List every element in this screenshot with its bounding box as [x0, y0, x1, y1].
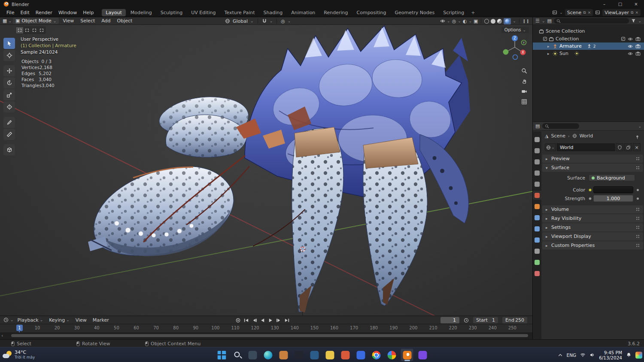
show-overlays-icon[interactable]: ◐ [463, 18, 467, 24]
orientation-dropdown[interactable]: Global [233, 18, 248, 24]
panel-custom-properties[interactable]: ▸Custom Properties [542, 241, 643, 249]
workspace-tab-modeling[interactable]: Modeling [127, 9, 156, 16]
orthographic-grid-icon[interactable] [520, 98, 528, 105]
taskbar-file-explorer-icon[interactable] [324, 349, 336, 361]
add-workspace-button[interactable]: + [469, 9, 477, 16]
object-visibility-icon[interactable] [440, 18, 445, 24]
workspace-tab-geometry-nodes[interactable]: Geometry Nodes [391, 9, 438, 16]
maximize-button[interactable]: □ [612, 0, 628, 8]
outliner-editor-dropdown-icon[interactable]: ⌄ [542, 19, 545, 23]
view-layer-tab[interactable] [533, 168, 541, 177]
remove-viewlayer-icon[interactable]: × [635, 10, 638, 15]
workspace-tab-animation[interactable]: Animation [287, 9, 319, 16]
taskbar-obs-icon[interactable] [416, 349, 429, 361]
strength-field[interactable]: 1.000 [593, 195, 633, 202]
weather-widget[interactable]: 34°CTrời ít mây [3, 347, 35, 362]
menu-render[interactable]: Render [33, 9, 55, 16]
taskbar-google-app-icon[interactable] [386, 349, 398, 361]
show-gizmo-icon[interactable]: ◎ [452, 18, 456, 24]
proportional-edit-icon[interactable]: ◎ [281, 18, 285, 24]
workspace-tab-compositing[interactable]: Compositing [353, 9, 390, 16]
workspace-tab-sculpting[interactable]: Sculpting [157, 9, 186, 16]
menu-help[interactable]: Help [80, 9, 97, 16]
workspace-tab-scripting[interactable]: Scripting [439, 9, 468, 16]
scene-selector[interactable]: Scene ⧉ × [565, 9, 593, 16]
shading-material-button[interactable] [497, 19, 502, 24]
camera-view-icon[interactable] [520, 88, 528, 95]
modifiers-tab[interactable] [533, 213, 541, 222]
menu-select[interactable]: Select [78, 18, 97, 24]
duplicate-icon[interactable] [624, 143, 632, 151]
playhead[interactable]: 1 [16, 325, 23, 331]
timeline-editor-dropdown-icon[interactable]: ⌄ [10, 318, 14, 322]
editor-type-dropdown-icon[interactable]: ⌄ [8, 19, 12, 23]
drag-dots-icon[interactable] [636, 207, 640, 211]
outliner-display-mode-icon[interactable]: ▤ [547, 18, 551, 24]
taskbar-search-icon[interactable] [231, 349, 243, 361]
pan-hand-icon[interactable] [520, 77, 528, 85]
select-mode-extend-button[interactable] [23, 27, 30, 33]
taskbar-photos-icon[interactable] [355, 349, 367, 361]
menu-view[interactable]: View [60, 18, 76, 24]
material-tab[interactable] [533, 269, 541, 278]
render-tab[interactable] [533, 146, 541, 155]
snap-magnet-icon[interactable] [262, 18, 267, 24]
drag-dots-icon[interactable] [636, 234, 640, 238]
panel-preview[interactable]: ▸Preview [542, 155, 643, 163]
language-indicator[interactable]: ENG [567, 353, 577, 358]
scene-tab[interactable] [533, 179, 541, 189]
playback-menu[interactable]: Playback⌄ [15, 317, 46, 323]
taskbar-zalo-icon[interactable] [339, 349, 352, 361]
outliner-row-collection[interactable]: ✓ Collection ✓ [533, 35, 644, 43]
viewlayer-selector[interactable]: ViewLayer ⧉ × [602, 9, 641, 16]
animate-dot[interactable] [637, 189, 639, 191]
hide-eye-icon[interactable] [628, 37, 633, 42]
scale-tool[interactable] [3, 89, 15, 100]
select-box-tool[interactable] [3, 38, 15, 49]
select-mode-subtract-button[interactable] [30, 27, 38, 33]
outliner-search-input[interactable] [554, 18, 629, 24]
drag-dots-icon[interactable] [636, 157, 640, 161]
timeline-ruler[interactable]: 1020304050607080901001101201301401501601… [0, 324, 532, 332]
shading-solid-button[interactable] [491, 19, 495, 24]
shading-dropdown-icon[interactable]: ⌄ [513, 19, 516, 23]
pause-icon[interactable]: ❙❙ [522, 19, 530, 23]
panel-surface[interactable]: ▾Surface [542, 164, 643, 172]
breadcrumb-scene[interactable]: Scene [551, 133, 565, 139]
color-swatch[interactable] [593, 186, 633, 193]
taskbar-start-icon[interactable] [216, 349, 228, 361]
shading-rendered-button[interactable] [504, 18, 511, 24]
taskbar-task-view-icon[interactable] [246, 349, 259, 361]
shading-wireframe-button[interactable] [484, 19, 489, 24]
browse-world-button[interactable]: ⌄ [545, 143, 556, 151]
workspace-tab-uv-editing[interactable]: UV Editing [187, 9, 219, 16]
physics-tab[interactable] [533, 235, 541, 244]
mode-dropdown[interactable]: ▣ Object Mode ⌄ [13, 18, 59, 24]
transform-tool[interactable] [3, 101, 15, 113]
workspace-tab-texture-paint[interactable]: Texture Paint [221, 9, 259, 16]
current-frame-field[interactable]: 1 [440, 317, 459, 323]
breadcrumb-world[interactable]: World [580, 133, 593, 139]
select-mode-set-button[interactable] [16, 27, 23, 33]
gizmo-dropdown-icon[interactable]: ⌄ [458, 19, 461, 23]
rotate-tool[interactable] [3, 77, 15, 88]
notifications-bell-icon[interactable] [626, 352, 632, 358]
collection-exclude-checkbox[interactable]: ✓ [621, 37, 625, 41]
stopwatch-icon[interactable] [464, 318, 469, 323]
menu-object[interactable]: Object [115, 18, 135, 24]
collection-checkbox[interactable]: ✓ [543, 37, 547, 41]
drag-dots-icon[interactable] [636, 166, 640, 170]
hidden-icons-chevron-icon[interactable] [558, 353, 563, 358]
end-frame-field[interactable]: End250 [502, 317, 527, 323]
xray-toggle-icon[interactable]: ▣ [474, 18, 478, 24]
disable-render-icon[interactable] [635, 51, 641, 56]
menu-edit[interactable]: Edit [17, 9, 32, 16]
next-keyframe-button[interactable] [276, 318, 282, 323]
panel-settings[interactable]: ▸Settings [542, 223, 643, 231]
world-name-field[interactable]: World [557, 143, 615, 151]
outliner-row-scene-collection[interactable]: Scene Collection [533, 27, 644, 35]
new-viewlayer-icon[interactable]: ⧉ [631, 10, 633, 15]
taskbar-chrome-icon[interactable] [370, 349, 383, 361]
animate-dot[interactable] [637, 198, 639, 200]
expand-arrow-icon[interactable]: ▸ [547, 44, 551, 49]
